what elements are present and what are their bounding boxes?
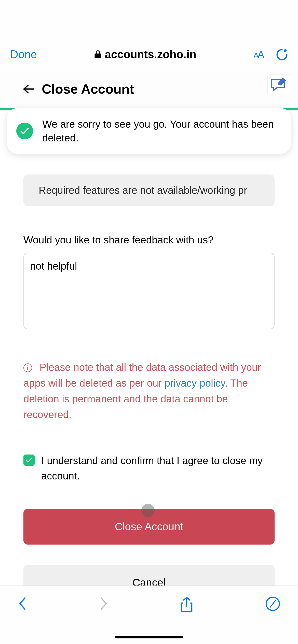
close-account-button[interactable]: Close Account	[23, 509, 275, 545]
back-icon[interactable]	[18, 596, 27, 611]
confirm-checkbox[interactable]	[23, 455, 35, 466]
feedback-compose-icon	[270, 78, 288, 92]
page-header: Close Account	[0, 70, 298, 108]
info-icon: i	[23, 363, 32, 372]
check-icon	[25, 457, 33, 463]
done-button[interactable]: Done	[10, 48, 37, 61]
text-size-button[interactable]: AA	[253, 49, 263, 60]
feedback-button[interactable]	[267, 75, 291, 95]
feedback-textarea[interactable]	[23, 253, 275, 329]
forward-icon	[99, 596, 108, 611]
check-circle-icon	[16, 123, 33, 139]
safari-bottom-bar	[0, 586, 298, 644]
close-reason-select[interactable]: Required features are not available/work…	[23, 174, 275, 206]
lock-icon	[94, 50, 101, 58]
page-title: Close Account	[42, 81, 134, 97]
warning-text: i Please note that all the data associat…	[23, 359, 275, 422]
touch-indicator	[141, 504, 155, 517]
confirm-label: I understand and confirm that I agree to…	[41, 453, 275, 484]
safari-address-bar: Done accounts.zoho.in AA	[0, 0, 298, 70]
privacy-policy-link[interactable]: privacy policy	[165, 377, 225, 389]
home-indicator[interactable]	[115, 636, 183, 638]
url-display[interactable]: accounts.zoho.in	[94, 48, 196, 61]
safari-icon[interactable]	[265, 596, 280, 611]
back-arrow-icon[interactable]	[23, 84, 34, 94]
success-toast: We are sorry to see you go. Your account…	[7, 108, 291, 154]
reload-icon[interactable]	[276, 48, 288, 61]
close-account-label: Close Account	[115, 521, 183, 533]
toast-message: We are sorry to see you go. Your account…	[42, 117, 279, 145]
url-text: accounts.zoho.in	[105, 48, 196, 61]
share-icon[interactable]	[180, 596, 193, 613]
feedback-label: Would you like to share feedback with us…	[23, 234, 275, 246]
